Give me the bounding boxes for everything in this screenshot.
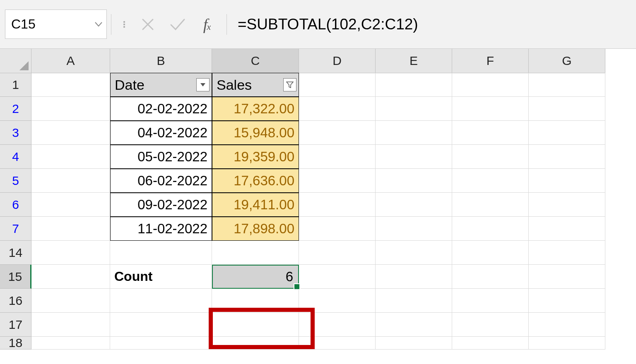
cell-B14[interactable] <box>110 241 212 265</box>
cell-E16[interactable] <box>376 289 452 313</box>
cell-G5[interactable] <box>529 169 605 193</box>
cell-C1[interactable]: Sales <box>212 73 299 97</box>
cell-F2[interactable] <box>452 97 529 121</box>
cell-C17[interactable] <box>212 313 299 337</box>
cell-C3[interactable]: 15,948.00 <box>212 121 299 145</box>
cell-A1[interactable] <box>31 73 110 97</box>
cell-C15[interactable]: 6 <box>212 265 299 289</box>
cell-F7[interactable] <box>452 217 529 241</box>
cell-A18[interactable] <box>31 337 110 350</box>
cell-B18[interactable] <box>110 337 212 350</box>
row-header-16[interactable]: 16 <box>0 289 31 313</box>
cell-G17[interactable] <box>529 313 605 337</box>
cell-F3[interactable] <box>452 121 529 145</box>
cell-E15[interactable] <box>376 265 452 289</box>
name-box[interactable]: C15 <box>5 10 107 39</box>
select-all-button[interactable] <box>0 49 31 73</box>
row-header-3[interactable]: 3 <box>0 121 31 145</box>
col-header-G[interactable]: G <box>529 49 605 73</box>
cell-D1[interactable] <box>299 73 376 97</box>
cell-G2[interactable] <box>529 97 605 121</box>
cell-B3[interactable]: 04-02-2022 <box>110 121 212 145</box>
cell-C14[interactable] <box>212 241 299 265</box>
cell-G3[interactable] <box>529 121 605 145</box>
row-header-6[interactable]: 6 <box>0 193 31 217</box>
cell-F17[interactable] <box>452 313 529 337</box>
cell-C15-wrapper[interactable]: 6 <box>212 265 299 289</box>
cell-D16[interactable] <box>299 289 376 313</box>
cell-C5[interactable]: 17,636.00 <box>212 169 299 193</box>
enter-button[interactable] <box>163 10 193 39</box>
cell-G1[interactable] <box>529 73 605 97</box>
cell-C6[interactable]: 19,411.00 <box>212 193 299 217</box>
cell-B16[interactable] <box>110 289 212 313</box>
cell-A3[interactable] <box>31 121 110 145</box>
cell-D18[interactable] <box>299 337 376 350</box>
cell-A6[interactable] <box>31 193 110 217</box>
cell-C4[interactable]: 19,359.00 <box>212 145 299 169</box>
cell-D2[interactable] <box>299 97 376 121</box>
cell-G7[interactable] <box>529 217 605 241</box>
cell-B15[interactable]: Count <box>110 265 212 289</box>
cell-E6[interactable] <box>376 193 452 217</box>
cell-D3[interactable] <box>299 121 376 145</box>
cell-A15[interactable] <box>31 265 110 289</box>
cell-A14[interactable] <box>31 241 110 265</box>
cell-C18[interactable] <box>212 337 299 350</box>
cell-E18[interactable] <box>376 337 452 350</box>
cell-D4[interactable] <box>299 145 376 169</box>
row-header-2[interactable]: 2 <box>0 97 31 121</box>
cell-D7[interactable] <box>299 217 376 241</box>
col-header-B[interactable]: B <box>110 49 212 73</box>
cell-A7[interactable] <box>31 217 110 241</box>
worksheet-grid[interactable]: A B C D E F G 1 Date Sales 2 02-02-2022 <box>0 49 636 361</box>
cell-F6[interactable] <box>452 193 529 217</box>
cell-C16[interactable] <box>212 289 299 313</box>
cell-G4[interactable] <box>529 145 605 169</box>
cell-B2[interactable]: 02-02-2022 <box>110 97 212 121</box>
row-header-15[interactable]: 15 <box>0 265 31 289</box>
cell-C7[interactable]: 17,898.00 <box>212 217 299 241</box>
col-header-F[interactable]: F <box>452 49 529 73</box>
filter-active-button[interactable] <box>283 78 296 91</box>
cell-B5[interactable]: 06-02-2022 <box>110 169 212 193</box>
fx-button[interactable]: fx <box>193 10 222 39</box>
cell-F1[interactable] <box>452 73 529 97</box>
cell-D15[interactable] <box>299 265 376 289</box>
cell-B6[interactable]: 09-02-2022 <box>110 193 212 217</box>
cell-A17[interactable] <box>31 313 110 337</box>
cell-E4[interactable] <box>376 145 452 169</box>
cell-D14[interactable] <box>299 241 376 265</box>
row-header-17[interactable]: 17 <box>0 313 31 337</box>
cell-F14[interactable] <box>452 241 529 265</box>
cell-D5[interactable] <box>299 169 376 193</box>
cell-D6[interactable] <box>299 193 376 217</box>
cell-E2[interactable] <box>376 97 452 121</box>
row-header-1[interactable]: 1 <box>0 73 31 97</box>
filter-dropdown-button[interactable] <box>196 78 210 91</box>
col-header-D[interactable]: D <box>299 49 376 73</box>
cell-A5[interactable] <box>31 169 110 193</box>
cell-F15[interactable] <box>452 265 529 289</box>
cell-C2[interactable]: 17,322.00 <box>212 97 299 121</box>
cell-G18[interactable] <box>529 337 605 350</box>
cell-A2[interactable] <box>31 97 110 121</box>
cell-F18[interactable] <box>452 337 529 350</box>
row-header-14[interactable]: 14 <box>0 241 31 265</box>
cell-E1[interactable] <box>376 73 452 97</box>
cell-F16[interactable] <box>452 289 529 313</box>
cancel-button[interactable] <box>133 10 163 39</box>
cell-E5[interactable] <box>376 169 452 193</box>
cell-A16[interactable] <box>31 289 110 313</box>
cell-D17[interactable] <box>299 313 376 337</box>
col-header-E[interactable]: E <box>376 49 452 73</box>
cell-B1[interactable]: Date <box>110 73 212 97</box>
col-header-C[interactable]: C <box>212 49 299 74</box>
cell-G16[interactable] <box>529 289 605 313</box>
row-header-18[interactable]: 18 <box>0 337 31 350</box>
cell-F5[interactable] <box>452 169 529 193</box>
row-header-5[interactable]: 5 <box>0 169 31 193</box>
cell-E7[interactable] <box>376 217 452 241</box>
cell-A4[interactable] <box>31 145 110 169</box>
formula-input[interactable]: =SUBTOTAL(102,C2:C12) <box>231 10 636 39</box>
